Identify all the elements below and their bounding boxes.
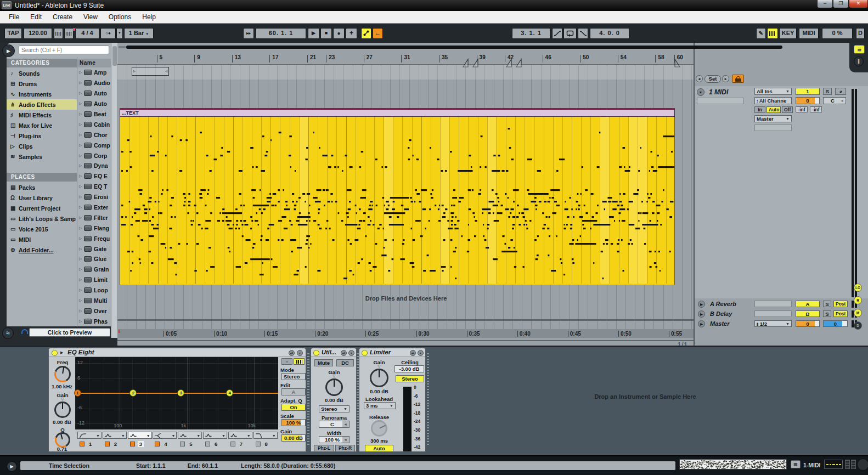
return-b-post-toggle[interactable]: Post [833, 310, 848, 317]
expand-arrow-icon[interactable]: ▷ [79, 319, 84, 324]
output-gain-slider[interactable]: 0.00 dB [281, 434, 306, 442]
band-activator[interactable] [155, 442, 160, 446]
monitor-in-button[interactable]: In [754, 106, 765, 113]
q-knob[interactable] [55, 432, 70, 448]
category-item[interactable]: ⋔ Audio Effects [7, 99, 77, 110]
device-list-item[interactable]: ▷ Flang [77, 223, 111, 233]
eq-spectrum-display[interactable]: 126-6-12 1001k10k 1234 [75, 357, 278, 429]
nudge-up-button[interactable]: |||| [64, 28, 74, 39]
mute-button[interactable]: Mute [314, 359, 333, 366]
save-preset-icon[interactable]: ▪ [418, 350, 424, 356]
loop-start-field[interactable]: 3. 1. 1 [512, 28, 550, 39]
return-b-solo[interactable]: S [823, 310, 831, 317]
expand-arrow-icon[interactable]: ▷ [79, 70, 84, 75]
arrangement-body[interactable]: ▹◃ ...TEXT Drop Files and Devices Here 1… [117, 65, 695, 329]
expand-arrow-icon[interactable]: ▷ [79, 278, 84, 282]
beat-time-ruler[interactable]: 591317212327313539424650545860 [117, 52, 695, 65]
arrangement-view-selector[interactable]: ∥ [854, 56, 864, 66]
loop-button[interactable] [563, 28, 577, 39]
expand-arrow-icon[interactable]: ▷ [79, 174, 84, 178]
device-title-bar[interactable]: Util... ⇄ ▪ [311, 348, 356, 357]
peak-level-right[interactable]: -inf [810, 106, 822, 112]
quantization-menu[interactable]: 1 Bar ▼ [124, 28, 154, 39]
master-volume-slider[interactable]: 0 [796, 320, 820, 327]
band-activator[interactable] [205, 442, 210, 446]
filter-type-menu[interactable]: ▼ [203, 432, 227, 439]
punch-out-button[interactable] [578, 28, 588, 39]
freq-value[interactable]: 1.00 kHz [49, 383, 75, 389]
expand-arrow-icon[interactable]: ▷ [79, 298, 84, 303]
device-list-item[interactable]: ▷ Exter [77, 202, 111, 213]
input-type-menu[interactable]: All Ins▼ [754, 88, 792, 95]
minimize-button[interactable]: – [817, 0, 833, 8]
band-activator[interactable] [130, 442, 135, 446]
loop-end-handle[interactable]: ◃ [165, 67, 167, 75]
draw-mode-button[interactable]: ✎ [756, 28, 766, 39]
scale-slider[interactable]: 100 % [281, 419, 306, 426]
metronome-menu-arrow[interactable]: ▼ [116, 28, 123, 39]
key-map-button[interactable]: KEY [779, 28, 797, 39]
device-list-item[interactable]: ▷ Over [77, 306, 111, 316]
release-value[interactable]: 300 ms [364, 438, 394, 444]
expand-arrow-icon[interactable]: ▷ [79, 154, 84, 158]
cue-out-menu[interactable]: ⦀ 1/2▼ [754, 320, 792, 327]
device-separator-handle[interactable] [427, 353, 429, 446]
expand-arrow-icon[interactable]: ▷ [79, 247, 84, 251]
release-knob[interactable] [371, 420, 387, 437]
device-list-item[interactable]: ▷ EQ T [77, 182, 111, 192]
category-item[interactable]: ▷ Clips [7, 141, 77, 151]
menu-item[interactable]: Options [103, 11, 137, 23]
eq-band-point[interactable]: 2 [129, 389, 137, 397]
loop-start-handle[interactable]: ▹ [133, 67, 136, 75]
place-item[interactable]: ▤ Packs [7, 182, 77, 193]
place-item[interactable]: ▭ Lith's Loops & Samp [7, 213, 77, 224]
lane-divider[interactable] [117, 319, 695, 321]
next-locator-button[interactable]: ▸ [722, 75, 729, 82]
expand-arrow-icon[interactable]: ▷ [79, 101, 84, 106]
device-title-bar[interactable]: Limiter ⇄ ▪ [359, 348, 425, 357]
monitor-off-button[interactable]: Off [782, 106, 793, 113]
expand-arrow-icon[interactable]: ▷ [79, 205, 84, 210]
master-fold-button[interactable]: ▶ [698, 320, 705, 327]
midi-track-header[interactable]: ▼ 1 MIDI All Ins▼ ⁞ All Channe▼ In Auto … [695, 86, 868, 298]
device-list-item[interactable]: ▷ Audio [77, 78, 111, 88]
edit-ab-button[interactable]: A [281, 388, 306, 395]
hot-swap-icon[interactable]: ⇄ [341, 350, 347, 356]
band-activator[interactable] [105, 442, 110, 446]
menu-item[interactable]: File [3, 11, 25, 23]
menu-item[interactable]: Help [137, 11, 161, 23]
filter-type-menu[interactable]: ▼ [178, 432, 202, 439]
return-fold-button[interactable]: ▶ [698, 310, 705, 318]
category-item[interactable]: ⊞ Drums [7, 78, 77, 89]
place-item[interactable]: ⊕ Add Folder... [7, 245, 77, 255]
track-activator-button[interactable]: 1 [796, 88, 820, 95]
expand-arrow-icon[interactable]: ▷ [79, 216, 84, 220]
arrangement-overview-bar[interactable] [126, 46, 782, 49]
peak-level-left[interactable]: -inf [796, 106, 808, 112]
browser-toggle-icon[interactable]: ▶ [2, 44, 15, 57]
show-returns-toggle[interactable]: R [854, 296, 862, 304]
follow-button[interactable]: ▸▸ [243, 28, 254, 39]
mode-menu[interactable]: Stereo▼ [281, 373, 306, 380]
expand-arrow-icon[interactable]: ▷ [79, 122, 84, 127]
place-item[interactable]: ▭ MIDI [7, 234, 77, 245]
device-list-item[interactable]: ▷ Cabin [77, 119, 111, 129]
eq-band-point[interactable]: 4 [226, 389, 233, 397]
expand-arrow-icon[interactable]: ▷ [79, 91, 84, 95]
show-delay-toggle[interactable]: D [854, 321, 862, 330]
back-to-arrangement-button[interactable]: ← [373, 28, 383, 39]
width-slider[interactable]: 100 %◄ [319, 436, 350, 443]
q-value[interactable]: 0.71 [49, 446, 75, 452]
browser-scrollbar[interactable] [111, 43, 117, 338]
expand-arrow-icon[interactable]: ▷ [79, 257, 84, 261]
filter-type-menu[interactable]: ▼ [128, 432, 152, 439]
device-list-item[interactable]: ▷ Multi [77, 296, 111, 306]
return-a-post-toggle[interactable]: Post [833, 301, 848, 307]
category-item[interactable]: ⊣ Plug-ins [7, 131, 77, 141]
automation-arm-button[interactable] [361, 28, 371, 39]
restore-button[interactable]: ❐ [833, 0, 849, 8]
device-list-item[interactable]: ▷ Loop [77, 285, 111, 296]
solo-button[interactable]: S [823, 88, 832, 95]
adaptq-toggle[interactable]: On [281, 404, 306, 411]
band-activator[interactable] [180, 442, 185, 446]
